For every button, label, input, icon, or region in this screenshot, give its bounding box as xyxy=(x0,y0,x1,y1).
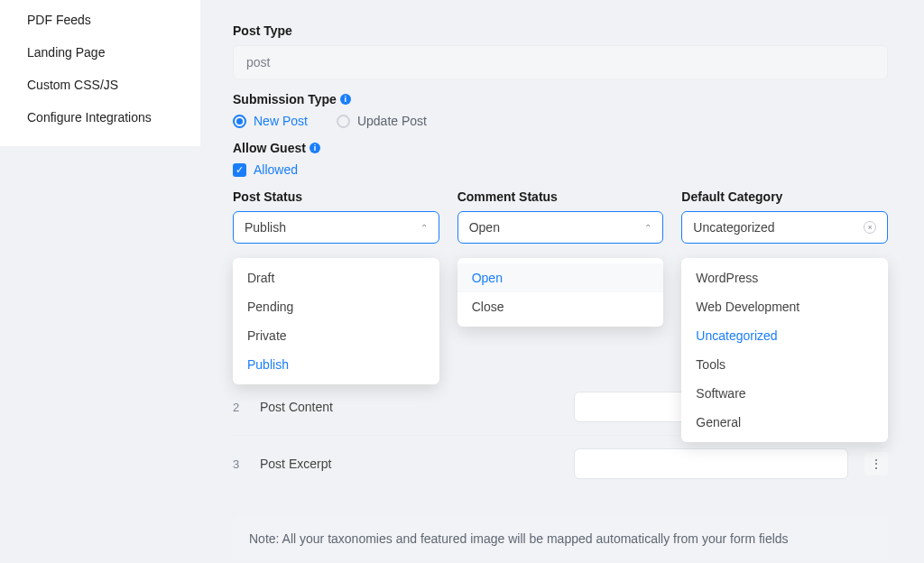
default-category-dropdown: WordPress Web Development Uncategorized … xyxy=(681,258,888,442)
row-field-name: Post Content xyxy=(260,400,558,414)
row-actions-icon[interactable]: ⋮ xyxy=(864,452,888,475)
checkbox-allowed[interactable]: ✓ Allowed xyxy=(233,162,298,177)
info-icon[interactable]: i xyxy=(310,143,320,153)
post-type-label: Post Type xyxy=(233,23,888,38)
main-content: Post Type post Submission Type i New Pos… xyxy=(233,0,888,563)
row-number: 3 xyxy=(233,457,244,471)
dropdown-item-draft[interactable]: Draft xyxy=(233,263,439,292)
comment-status-dropdown: Open Close xyxy=(457,258,664,327)
post-status-select[interactable]: Publish ⌃ xyxy=(233,211,439,244)
post-type-input: post xyxy=(233,45,888,79)
dropdown-item-private[interactable]: Private xyxy=(233,321,439,350)
clear-icon[interactable]: × xyxy=(864,221,876,234)
submission-type-label: Submission Type i xyxy=(233,92,888,106)
radio-icon xyxy=(337,115,350,128)
dropdown-item-general[interactable]: General xyxy=(681,408,888,437)
row-field-name: Post Excerpt xyxy=(260,457,558,471)
allow-guest-label: Allow Guest i xyxy=(233,141,888,155)
table-row: 3 Post Excerpt ⋮ xyxy=(233,435,888,492)
sidebar-item-custom-css-js[interactable]: Custom CSS/JS xyxy=(0,69,200,101)
dropdown-item-publish[interactable]: Publish xyxy=(233,350,439,379)
row-number: 2 xyxy=(233,401,244,414)
dropdown-item-wordpress[interactable]: WordPress xyxy=(681,263,888,292)
dropdown-item-software[interactable]: Software xyxy=(681,379,888,408)
comment-status-label: Comment Status xyxy=(457,189,664,204)
dropdown-item-uncategorized[interactable]: Uncategorized xyxy=(681,321,888,350)
dropdown-item-open[interactable]: Open xyxy=(457,263,664,292)
dropdown-item-tools[interactable]: Tools xyxy=(681,350,888,379)
post-status-dropdown: Draft Pending Private Publish xyxy=(233,258,439,384)
dropdown-item-close[interactable]: Close xyxy=(457,292,664,321)
taxonomy-note: Note: All your taxonomies and featured i… xyxy=(233,517,888,560)
chevron-up-icon: ⌃ xyxy=(644,223,651,233)
check-icon: ✓ xyxy=(233,163,246,177)
sidebar-item-landing-page[interactable]: Landing Page xyxy=(0,36,200,69)
radio-icon xyxy=(233,115,246,128)
dropdown-item-pending[interactable]: Pending xyxy=(233,292,439,321)
radio-new-post[interactable]: New Post xyxy=(233,114,308,128)
sidebar: PDF Feeds Landing Page Custom CSS/JS Con… xyxy=(0,0,200,146)
post-status-label: Post Status xyxy=(233,189,439,204)
row-input[interactable] xyxy=(574,448,848,479)
chevron-up-icon: ⌃ xyxy=(420,223,428,233)
sidebar-item-configure-integrations[interactable]: Configure Integrations xyxy=(0,101,200,134)
dropdown-item-web-development[interactable]: Web Development xyxy=(681,292,888,321)
radio-update-post[interactable]: Update Post xyxy=(337,114,427,128)
comment-status-select[interactable]: Open ⌃ xyxy=(457,211,664,244)
sidebar-item-pdf-feeds[interactable]: PDF Feeds xyxy=(0,4,200,36)
default-category-label: Default Category xyxy=(681,189,888,204)
default-category-select[interactable]: Uncategorized × xyxy=(681,211,888,244)
info-icon[interactable]: i xyxy=(340,94,351,105)
